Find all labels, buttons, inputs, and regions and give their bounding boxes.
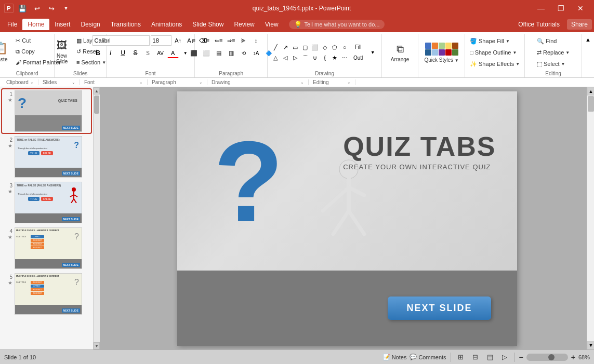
redo-icon[interactable]: ↪ [46,3,57,14]
select-button[interactable]: ⬚ Select ▼ [534,59,573,69]
reading-view-button[interactable]: ▤ [484,352,496,363]
find-button[interactable]: 🔍 Find [534,36,573,46]
office-tutorials-link[interactable]: Office Tutorials [515,19,563,30]
bullet-list-button[interactable]: ≡ [188,35,200,46]
align-center-button[interactable]: ⬜ [201,48,212,58]
customize-quick-access[interactable]: ▼ [60,3,72,14]
char-spacing-button[interactable]: AV [155,48,166,58]
align-text-button[interactable]: ↕A [250,48,262,58]
tell-me-bar[interactable]: 💡 Tell me what you want to do... [289,20,385,29]
menu-file[interactable]: File [2,19,22,30]
replace-button[interactable]: ⇄ Replace ▼ [534,47,573,58]
menu-animations[interactable]: Animations [146,19,187,30]
collapse-ribbon-button[interactable]: ▲ [583,35,593,44]
shape-rect2[interactable]: ⬜ [310,43,320,52]
align-right-button[interactable]: ▤ [213,48,225,58]
shape-outline-button[interactable]: Outl [351,53,365,63]
undo-icon[interactable]: ↩ [31,3,43,14]
justify-button[interactable]: ▥ [226,48,237,58]
slide-scroll-handle[interactable] [94,96,99,114]
shape-ltri[interactable]: ▷ [291,53,300,62]
menu-slideshow[interactable]: Slide Show [187,19,229,30]
shape-rect[interactable]: ▭ [291,43,300,52]
shape-pentagon[interactable]: ⬠ [330,43,339,52]
italic-button[interactable]: I [105,48,116,58]
font-size-input[interactable] [151,35,171,46]
shape-arrow[interactable]: ↗ [281,43,290,52]
slide-scroll-track[interactable] [94,95,100,342]
menu-home[interactable]: Home [22,19,49,30]
editing-expand-icon[interactable]: ⌄ [347,80,351,85]
clipboard-expand-icon[interactable]: ⌄ [30,80,34,85]
columns-button[interactable]: ⫸ [238,35,249,46]
numbered-list-button[interactable]: 1≡ [201,35,212,46]
minimize-button[interactable]: — [532,0,550,17]
normal-view-button[interactable]: ⊞ [455,352,467,363]
slides-expand-icon[interactable]: ⌄ [72,80,75,85]
slide-thumbnail-3[interactable]: 3 ★ TRUE or FALSE (FALSE ANSWERS) Throug… [2,181,91,224]
shape-star[interactable]: ★ [330,53,339,62]
font-increase-button[interactable]: A↑ [173,35,184,46]
font-name-input[interactable] [93,35,150,46]
new-slide-button[interactable]: 🖼 NewSlide [51,35,72,69]
increase-indent-button[interactable]: ⇒≡ [226,35,237,46]
drawing-expand-icon[interactable]: ⌄ [300,80,304,85]
shape-oval[interactable]: ○ [340,43,349,52]
notes-button[interactable]: 📝 Notes [383,354,407,360]
shape-tri[interactable]: △ [271,53,280,62]
bold-button[interactable]: B [93,48,104,58]
arrange-button[interactable]: ⧉ Arrange [386,36,414,69]
canvas-scroll-down[interactable]: ▼ [587,341,594,349]
slide-scroll-up[interactable]: ▲ [94,87,100,95]
menu-view[interactable]: View [260,19,284,30]
align-left-button[interactable]: ⬛ [188,48,200,58]
menu-insert[interactable]: Insert [49,19,75,30]
shape-diamond[interactable]: ◇ [320,43,329,52]
zoom-plus-button[interactable]: + [571,353,575,361]
shapes-more[interactable]: ⋯ [340,53,349,62]
restore-button[interactable]: ❐ [551,0,570,17]
zoom-minus-button[interactable]: − [519,353,523,361]
font-expand-icon[interactable]: ⌄ [139,80,143,85]
shape-round-rect[interactable]: ▢ [300,43,310,52]
slide-sorter-button[interactable]: ⊟ [470,352,481,363]
line-spacing-button[interactable]: ↕ [250,35,262,46]
strikethrough-button[interactable]: S [130,48,141,58]
font-color-button[interactable]: A [167,48,179,58]
shape-fill-button[interactable]: Fill [351,42,365,52]
save-icon[interactable]: 💾 [17,3,28,14]
shape-rtri[interactable]: ◁ [281,53,290,62]
canvas-scroll-handle[interactable] [588,96,594,112]
comments-button[interactable]: 💬 Comments [410,354,446,360]
slide-thumbnail-5[interactable]: 5 ★ MULTIPLE CHOICE – ANSWER 2 CORRECT S… [2,272,91,316]
slide-thumbnail-1[interactable]: 1 ★ ? QUIZ TABS NEXT SLIDE [2,89,91,133]
shapes-dropdown[interactable]: ▼ [367,42,378,63]
slideshow-view-button[interactable]: ▷ [499,352,510,363]
close-button[interactable]: ✕ [571,0,590,17]
shape-fill-dropdown[interactable]: 🪣 Shape Fill ▼ [467,36,523,46]
shape-brace[interactable]: { [320,53,329,62]
slide-scroll-down[interactable]: ▼ [94,342,100,349]
text-shadow-button[interactable]: S [142,48,154,58]
menu-design[interactable]: Design [75,19,105,30]
shape-bent[interactable]: ⌒ [300,53,310,62]
underline-button[interactable]: U [117,48,129,58]
shape-outline-dropdown[interactable]: □ Shape Outline ▼ [467,47,523,58]
quick-styles-button[interactable]: Quick Styles ▼ [421,36,463,69]
canvas-scroll-track[interactable] [587,96,594,341]
paragraph-expand-icon[interactable]: ⌄ [199,80,203,85]
slide-thumbnail-2[interactable]: 2 ★ TRUE or FALSE (TRUE ANSWERS) Through… [2,135,91,179]
shape-curve[interactable]: ∪ [310,53,320,62]
zoom-slider[interactable] [526,354,568,361]
paste-button[interactable]: 📋 Paste [0,35,11,69]
zoom-slider-handle[interactable] [548,354,555,360]
menu-review[interactable]: Review [229,19,259,30]
slide-thumbnail-4[interactable]: 4 ★ MULTIPLE CHOICE – ANSWER 1 CORRECT S… [2,226,91,270]
text-direction-button[interactable]: ⟲ [238,48,249,58]
menu-transitions[interactable]: Transitions [105,19,146,30]
share-button[interactable]: Share [567,19,592,30]
next-slide-button[interactable]: NEXT SLIDE [388,296,491,320]
shape-effects-dropdown[interactable]: ✨ Shape Effects ▼ [467,59,523,69]
decrease-indent-button[interactable]: ⇐≡ [213,35,225,46]
canvas-scroll-up[interactable]: ▲ [587,87,594,96]
